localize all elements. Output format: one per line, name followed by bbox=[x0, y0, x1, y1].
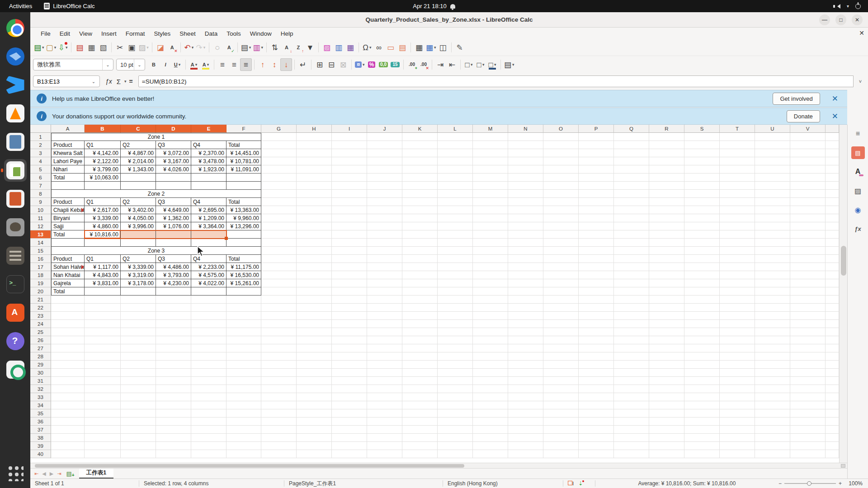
cell-zone-title-15[interactable]: Zone 3 bbox=[51, 247, 261, 255]
row-header-9[interactable]: 9 bbox=[30, 198, 51, 206]
cell-K37[interactable] bbox=[402, 426, 438, 434]
cell-N18[interactable] bbox=[508, 271, 543, 279]
cell-P22[interactable] bbox=[579, 304, 614, 312]
cell-R9[interactable] bbox=[649, 198, 684, 206]
cell-J5[interactable] bbox=[367, 165, 402, 174]
cell-R8[interactable] bbox=[649, 190, 684, 198]
next-sheet-icon[interactable]: ▶ bbox=[48, 471, 55, 477]
cell-N35[interactable] bbox=[508, 409, 543, 418]
cell-M24[interactable] bbox=[473, 320, 508, 328]
row-header-27[interactable]: 27 bbox=[30, 344, 51, 352]
cell-D31[interactable] bbox=[156, 377, 191, 385]
cell-F18[interactable]: ¥ 16,530.00 bbox=[226, 271, 261, 279]
cell-L34[interactable] bbox=[438, 401, 473, 409]
cell-B2[interactable]: Q1 bbox=[85, 141, 121, 149]
cell-U35[interactable] bbox=[755, 409, 790, 418]
cell-S6[interactable] bbox=[684, 174, 720, 182]
cell-F25[interactable] bbox=[226, 328, 261, 336]
cell-D11[interactable]: ¥ 1,362.00 bbox=[156, 214, 191, 222]
cell-L4[interactable] bbox=[438, 157, 473, 165]
cell-E39[interactable] bbox=[191, 442, 226, 450]
cell-P10[interactable] bbox=[579, 206, 614, 214]
row-header-4[interactable]: 4 bbox=[30, 157, 51, 165]
cell-Q36[interactable] bbox=[614, 418, 649, 426]
find-replace-button[interactable]: ◌ bbox=[212, 41, 223, 54]
chevron-down-icon[interactable]: ▾ bbox=[192, 45, 194, 50]
chevron-down-icon[interactable]: ▾ bbox=[249, 45, 251, 50]
cell-O7[interactable] bbox=[543, 182, 579, 190]
wrap-text-button[interactable]: ↵ bbox=[297, 58, 309, 71]
cell-L22[interactable] bbox=[438, 304, 473, 312]
cell-Q30[interactable] bbox=[614, 369, 649, 377]
cell-H10[interactable] bbox=[297, 206, 332, 214]
cell-L2[interactable] bbox=[438, 141, 473, 149]
cell-N20[interactable] bbox=[508, 287, 543, 296]
row-header-5[interactable]: 5 bbox=[30, 165, 51, 174]
align-bottom-button[interactable]: ↓ bbox=[280, 58, 292, 71]
cell-V2[interactable] bbox=[790, 141, 826, 149]
cell-A34[interactable] bbox=[51, 401, 85, 409]
cell-G39[interactable] bbox=[261, 442, 297, 450]
col-header-F[interactable]: F bbox=[226, 125, 261, 133]
active-app-indicator[interactable]: LibreOffice Calc bbox=[44, 3, 94, 9]
cell-Q26[interactable] bbox=[614, 336, 649, 344]
cell-J16[interactable] bbox=[367, 255, 402, 263]
add-decimal-button[interactable]: .00+ bbox=[406, 58, 418, 71]
cell-P32[interactable] bbox=[579, 385, 614, 393]
chevron-down-icon[interactable]: ▾ bbox=[847, 4, 849, 9]
cell-L6[interactable] bbox=[438, 174, 473, 182]
function-wizard-icon[interactable]: ƒx bbox=[104, 78, 114, 85]
cell-S7[interactable] bbox=[684, 182, 720, 190]
cell-K21[interactable] bbox=[402, 296, 438, 304]
cell-T25[interactable] bbox=[720, 328, 755, 336]
cell-C28[interactable] bbox=[121, 352, 156, 361]
cell-K10[interactable] bbox=[402, 206, 438, 214]
cell-G4[interactable] bbox=[261, 157, 297, 165]
notification-bell-icon[interactable] bbox=[450, 4, 455, 9]
cell-O20[interactable] bbox=[543, 287, 579, 296]
cell-M33[interactable] bbox=[473, 393, 508, 401]
cell-O28[interactable] bbox=[543, 352, 579, 361]
cell-H24[interactable] bbox=[297, 320, 332, 328]
cell-R31[interactable] bbox=[649, 377, 684, 385]
page-style[interactable]: PageStyle_工作表1 bbox=[284, 480, 443, 488]
cell-L9[interactable] bbox=[438, 198, 473, 206]
cell-G35[interactable] bbox=[261, 409, 297, 418]
cell-N4[interactable] bbox=[508, 157, 543, 165]
cell-T27[interactable] bbox=[720, 344, 755, 352]
cell-A28[interactable] bbox=[51, 352, 85, 361]
cell-N31[interactable] bbox=[508, 377, 543, 385]
cell-G14[interactable] bbox=[261, 239, 297, 247]
cell-A16[interactable]: Product bbox=[51, 255, 85, 263]
cell-U1[interactable] bbox=[755, 133, 790, 141]
cell-O8[interactable] bbox=[543, 190, 579, 198]
cell-L36[interactable] bbox=[438, 418, 473, 426]
cell-U6[interactable] bbox=[755, 174, 790, 182]
cell-O17[interactable] bbox=[543, 263, 579, 271]
cell-U7[interactable] bbox=[755, 182, 790, 190]
dock-item-files[interactable] bbox=[4, 244, 27, 267]
cell-S30[interactable] bbox=[684, 369, 720, 377]
cell-A30[interactable] bbox=[51, 369, 85, 377]
cell-K31[interactable] bbox=[402, 377, 438, 385]
cell-M2[interactable] bbox=[473, 141, 508, 149]
cell-S9[interactable] bbox=[684, 198, 720, 206]
cell-U28[interactable] bbox=[755, 352, 790, 361]
cell-J13[interactable] bbox=[367, 230, 402, 239]
cell-T2[interactable] bbox=[720, 141, 755, 149]
cell-D23[interactable] bbox=[156, 312, 191, 320]
hyperlink-button[interactable]: ∞ bbox=[373, 41, 385, 54]
cell-V1[interactable] bbox=[790, 133, 826, 141]
cell-F19[interactable]: ¥ 15,261.00 bbox=[226, 279, 261, 287]
cell-I8[interactable] bbox=[332, 190, 367, 198]
cell-T5[interactable] bbox=[720, 165, 755, 174]
cell-C22[interactable] bbox=[121, 304, 156, 312]
cell-A23[interactable] bbox=[51, 312, 85, 320]
cell-E5[interactable]: ¥ 1,923.00 bbox=[191, 165, 226, 174]
cell-J2[interactable] bbox=[367, 141, 402, 149]
cell-P34[interactable] bbox=[579, 401, 614, 409]
cell-V31[interactable] bbox=[790, 377, 826, 385]
cell-G20[interactable] bbox=[261, 287, 297, 296]
cell-T19[interactable] bbox=[720, 279, 755, 287]
cell-U34[interactable] bbox=[755, 401, 790, 409]
